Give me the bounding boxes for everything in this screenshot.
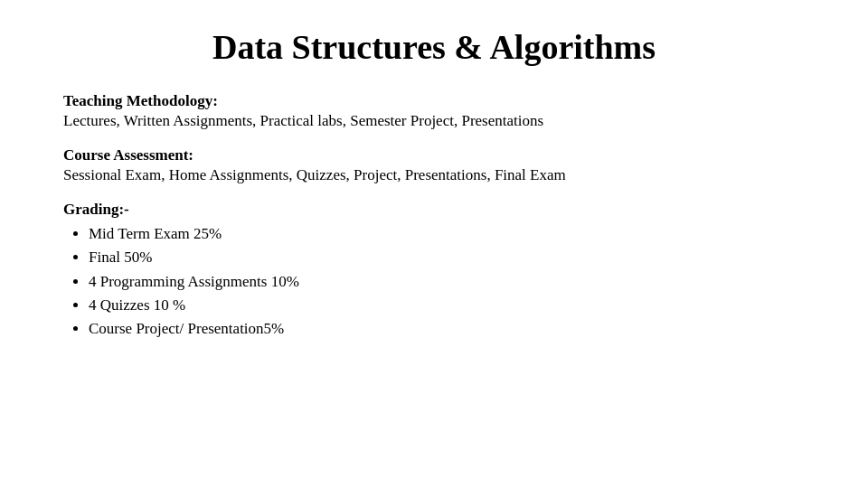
list-item: 4 Quizzes 10 % [89,294,805,317]
teaching-methodology-label: Teaching Methodology: [63,92,218,109]
slide-container: Data Structures & Algorithms Teaching Me… [0,0,868,488]
slide-title: Data Structures & Algorithms [63,27,805,67]
course-assessment-section: Course Assessment: Sessional Exam, Home … [63,146,805,184]
teaching-methodology-content: Lectures, Written Assignments, Practical… [63,112,805,130]
course-assessment-content: Sessional Exam, Home Assignments, Quizze… [63,166,805,184]
grading-list: Mid Term Exam 25% Final 50% 4 Programmin… [63,222,805,342]
list-item: Course Project/ Presentation5% [89,317,805,341]
grading-label: Grading:- [63,201,129,218]
list-item: Mid Term Exam 25% [89,222,805,246]
list-item: Final 50% [89,246,805,269]
list-item: 4 Programming Assignments 10% [89,270,805,294]
course-assessment-label: Course Assessment: [63,146,193,164]
grading-section: Grading:- Mid Term Exam 25% Final 50% 4 … [63,201,805,342]
teaching-methodology-section: Teaching Methodology: Lectures, Written … [63,92,805,130]
